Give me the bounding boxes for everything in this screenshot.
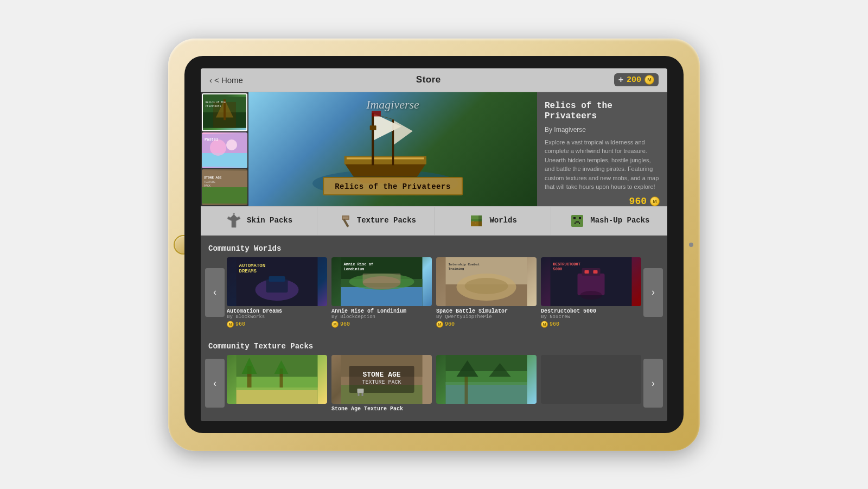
item-image-space: Intership Combat Training <box>436 257 537 306</box>
tablet-screen: ‹ < Home Store + 200 M <box>184 56 684 433</box>
svg-text:Relics of the: Relics of the <box>206 100 226 103</box>
community-worlds-header: Community Worlds <box>201 241 667 257</box>
store-item-texture4[interactable] <box>541 355 641 412</box>
store-item-texture3[interactable] <box>436 355 537 412</box>
svg-rect-40 <box>571 215 583 227</box>
svg-rect-91 <box>446 382 527 404</box>
item-image-texture1 <box>227 355 327 404</box>
featured-info-panel: Relics of the Privateers By Imagiverse E… <box>537 92 667 206</box>
svg-text:TEXTURE PACK: TEXTURE PACK <box>362 379 401 385</box>
tab-worlds[interactable]: Worlds <box>435 207 551 235</box>
store-item-destructo[interactable]: DESTRUCTOBOT 5000 <box>541 257 641 328</box>
svg-text:Training: Training <box>449 267 464 271</box>
svg-rect-95 <box>465 377 468 404</box>
svg-text:Intership Combat: Intership Combat <box>449 263 480 266</box>
svg-rect-21 <box>372 112 374 165</box>
svg-rect-42 <box>579 217 581 219</box>
price-label: 960 <box>550 321 559 327</box>
worlds-scroll-right-button[interactable]: › <box>643 268 663 317</box>
thumbnail-pastel[interactable]: Pastel <box>202 132 247 168</box>
item-name-annie: Annie Rise of Londinium <box>331 308 432 314</box>
svg-text:Londinium: Londinium <box>344 267 365 271</box>
store-item-stoneage-texture[interactable]: STONE AGE TEXTURE PACK Stone Age Texture… <box>331 355 432 412</box>
item-image-annie: Annie Rise of Londinium <box>331 257 432 306</box>
svg-rect-92 <box>446 371 527 385</box>
svg-rect-20 <box>347 157 424 159</box>
svg-rect-8 <box>202 153 247 167</box>
svg-text:PACK: PACK <box>204 185 210 188</box>
back-label[interactable]: < Home <box>214 75 243 85</box>
svg-point-73 <box>580 291 602 300</box>
svg-text:DESTRUCTOBOT: DESTRUCTOBOT <box>553 262 580 266</box>
navigation-bar: ‹ < Home Store + 200 M <box>201 68 667 92</box>
svg-text:Privateers: Privateers <box>206 104 221 107</box>
featured-description: Explore a vast tropical wilderness and c… <box>545 138 660 192</box>
svg-rect-72 <box>593 270 598 274</box>
thumbnail-privateers[interactable]: Relics of the Privateers <box>202 93 247 131</box>
svg-rect-30 <box>343 217 348 219</box>
item-image-destructo: DESTRUCTOBOT 5000 <box>541 257 641 306</box>
svg-rect-89 <box>362 393 363 396</box>
mashup-icon <box>569 212 586 230</box>
add-coins-button[interactable]: + <box>618 75 623 85</box>
cube-icon <box>468 212 485 230</box>
community-texture-packs-header: Community Texture Packs <box>201 339 667 355</box>
worlds-scroll-left-button[interactable]: ‹ <box>205 268 225 317</box>
store-item-annie[interactable]: Annie Rise of Londinium Annie Rise of Lo… <box>331 257 432 328</box>
tab-mash-up-packs[interactable]: Mash-Up Packs <box>551 207 667 235</box>
svg-text:TEXTURE: TEXTURE <box>204 181 215 184</box>
item-name-destructo: Destructobot 5000 <box>541 308 641 314</box>
featured-price-label: 960 <box>629 196 647 207</box>
featured-price-row: 960 M <box>545 196 660 207</box>
store-item-texture1[interactable] <box>227 355 327 412</box>
hammer-icon <box>335 212 353 230</box>
community-worlds-list: AUTOMATON DREAMS Automation Dreams <box>225 257 643 328</box>
community-texture-packs-list: STONE AGE TEXTURE PACK Stone Age Texture… <box>225 355 643 412</box>
thumbnail-stoneage[interactable]: STONE AGE TEXTURE PACK <box>202 169 247 205</box>
svg-point-65 <box>465 278 508 294</box>
price-label: 960 <box>340 321 350 327</box>
svg-rect-19 <box>344 156 426 164</box>
category-tabs: Skin Packs Texture Packs <box>201 206 667 236</box>
featured-author: By Imagiverse <box>545 126 660 134</box>
item-price-destructo: M 960 <box>541 321 641 328</box>
store-item-space[interactable]: Intership Combat Training Space Battle S… <box>436 257 537 328</box>
featured-main-image[interactable]: Imagiverse <box>248 92 537 206</box>
item-image-automation-dreams: AUTOMATON DREAMS <box>227 257 327 306</box>
tab-texture-packs-label: Texture Packs <box>357 216 416 225</box>
svg-point-10 <box>226 139 237 150</box>
svg-rect-13 <box>202 187 247 204</box>
price-coin-icon: M <box>541 321 548 328</box>
tablet-device: ‹ < Home Store + 200 M <box>168 39 700 451</box>
item-author-automation-dreams: By Blockworks <box>227 314 327 320</box>
svg-text:Pastel: Pastel <box>205 137 218 142</box>
back-button[interactable]: ‹ < Home <box>209 75 243 85</box>
svg-text:STONE AGE: STONE AGE <box>362 371 400 379</box>
tab-mash-up-packs-label: Mash-Up Packs <box>590 216 649 225</box>
item-name-stoneage-texture: Stone Age Texture Pack <box>331 406 432 412</box>
svg-rect-87 <box>358 389 364 393</box>
svg-rect-88 <box>358 393 360 396</box>
tab-skin-packs[interactable]: Skin Packs <box>201 207 317 235</box>
back-arrow-icon: ‹ <box>209 75 212 85</box>
textures-scroll-left-button[interactable]: ‹ <box>205 359 225 408</box>
textures-scroll-right-button[interactable]: › <box>643 359 663 408</box>
page-title: Store <box>416 74 441 85</box>
price-coin-icon: M <box>331 321 339 328</box>
shirt-icon <box>225 212 242 230</box>
store-item-automation-dreams[interactable]: AUTOMATON DREAMS Automation Dreams <box>227 257 327 328</box>
tab-texture-packs[interactable]: Texture Packs <box>317 207 434 235</box>
community-worlds-row: ‹ AUTOMATON DREAMS <box>201 257 667 328</box>
svg-text:AUTOMATON: AUTOMATON <box>239 263 266 269</box>
svg-text:STONE AGE: STONE AGE <box>204 176 222 180</box>
store-content: Relics of the Privateers Pastel <box>201 92 667 421</box>
coin-balance-widget[interactable]: + 200 M <box>614 73 659 86</box>
item-name-space: Space Battle Simulator <box>436 308 537 314</box>
item-author-destructo: By Noxcrew <box>541 314 641 320</box>
price-label: 960 <box>235 321 245 327</box>
community-texture-packs-section: Community Texture Packs ‹ <box>201 333 667 417</box>
svg-rect-25 <box>370 125 376 130</box>
featured-title: Relics of the Privateers <box>545 101 660 122</box>
svg-rect-71 <box>585 270 589 274</box>
item-author-annie: By Blockception <box>331 314 432 320</box>
